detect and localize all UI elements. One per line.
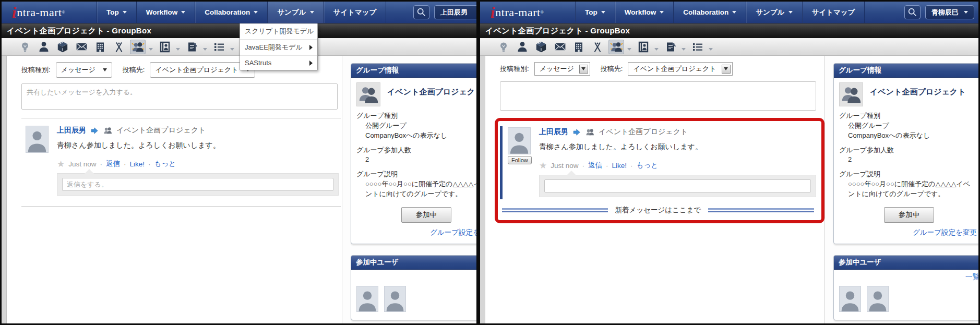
reply-input[interactable] xyxy=(544,179,811,192)
new-message-marker-text: 新着メッセージはここまで xyxy=(615,206,701,215)
search-button[interactable] xyxy=(904,5,921,19)
list-icon[interactable] xyxy=(211,40,227,54)
chevron-down-icon[interactable] xyxy=(230,48,234,51)
member-avatar[interactable] xyxy=(867,286,889,312)
nav-item-workflow[interactable]: Workflow xyxy=(615,2,674,23)
message-input[interactable] xyxy=(21,83,338,110)
chevron-down-icon[interactable] xyxy=(149,48,153,51)
joined-button[interactable]: 参加中 xyxy=(884,207,935,223)
search-icon xyxy=(907,7,918,18)
favorite-star-icon[interactable]: ★ xyxy=(539,161,547,170)
nav-item-sample[interactable]: サンプル xyxy=(267,2,323,23)
group-info-box: グループ情報 イベント企画プロジェクト グループ種別 公開グループ Compan… xyxy=(833,63,978,244)
lightbulb-icon[interactable] xyxy=(17,40,33,54)
reply-area xyxy=(539,175,816,197)
nav-item-top[interactable]: Top xyxy=(97,2,136,23)
list-icon[interactable] xyxy=(690,40,706,54)
nav-item-sitemap[interactable]: サイトマップ xyxy=(802,2,865,23)
person-icon[interactable] xyxy=(36,40,52,54)
room-entry-icon[interactable] xyxy=(157,40,173,54)
menu-item-javaee-model[interactable]: JavaEE開発モデル xyxy=(240,40,317,56)
mail-icon[interactable] xyxy=(74,40,89,54)
nav-menu: Top Workflow Collaboration サンプル サイトマップ xyxy=(575,2,865,23)
nav-item-collaboration[interactable]: Collaboration xyxy=(673,2,746,23)
chevron-down-icon[interactable] xyxy=(682,48,686,51)
room-entry-icon[interactable] xyxy=(636,40,651,54)
post-author-link[interactable]: 上田辰男 xyxy=(539,127,568,137)
more-link[interactable]: もっと xyxy=(637,161,658,170)
post-dest-select[interactable]: イベント企画プロジェクト xyxy=(628,62,732,76)
chevron-down-icon[interactable] xyxy=(709,48,713,51)
message-input[interactable] xyxy=(500,81,816,111)
compass-icon[interactable] xyxy=(590,40,605,54)
members-list-link[interactable]: 一覧 xyxy=(965,273,978,281)
avatar xyxy=(508,127,531,154)
compass-icon[interactable] xyxy=(111,40,127,54)
post-meta: ★ Just now · 返信 · Like! · もっと xyxy=(539,161,816,170)
user-menu[interactable]: 青柳辰巳 xyxy=(925,5,974,19)
post-type-select[interactable]: メッセージ xyxy=(534,62,590,76)
group-mini-icon xyxy=(103,126,112,135)
chevron-down-icon xyxy=(123,11,127,14)
chevron-down-icon[interactable] xyxy=(654,48,659,51)
more-link[interactable]: もっと xyxy=(154,159,176,168)
chevron-down-icon xyxy=(660,11,664,14)
favorite-star-icon[interactable]: ★ xyxy=(57,160,65,168)
cube-icon[interactable] xyxy=(533,40,549,54)
nav-item-collaboration[interactable]: Collaboration xyxy=(195,2,267,23)
group-type-label: グループ種別 xyxy=(839,111,978,121)
people-group-icon[interactable] xyxy=(130,40,146,54)
nav-item-top[interactable]: Top xyxy=(575,2,615,23)
menu-item-sastruts[interactable]: SAStruts xyxy=(240,56,317,70)
search-button[interactable] xyxy=(413,5,429,19)
mail-icon[interactable] xyxy=(552,40,568,54)
reply-input[interactable] xyxy=(62,178,333,191)
post-type-select[interactable]: メッセージ xyxy=(56,62,112,78)
chevron-down-icon[interactable] xyxy=(176,48,180,51)
building-icon[interactable] xyxy=(92,40,108,54)
post-timestamp: Just now xyxy=(68,160,96,168)
nav-item-workflow[interactable]: Workflow xyxy=(136,2,195,23)
intra-mart-logo[interactable]: intra-mart® xyxy=(2,2,97,23)
reply-link[interactable]: 返信 xyxy=(588,161,602,170)
lightbulb-icon[interactable] xyxy=(496,40,511,54)
nav-item-sample[interactable]: サンプル xyxy=(746,2,802,23)
follow-button[interactable]: Follow xyxy=(508,156,532,164)
group-desc-text: ○○○○年○○月○○に開催予定の△△△△イベントに向けてのグループです。 xyxy=(356,179,476,199)
group-settings-link[interactable]: グループ設定を変更 xyxy=(913,228,977,236)
members-avatars xyxy=(834,283,978,320)
nav-item-sitemap[interactable]: サイトマップ xyxy=(324,2,387,23)
chevron-down-icon[interactable] xyxy=(203,48,207,51)
like-link[interactable]: Like! xyxy=(130,160,145,168)
people-group-icon[interactable] xyxy=(608,40,624,54)
timeline-column: 投稿種別: メッセージ 投稿先: イベント企画プロジェクト Follow xyxy=(485,56,825,323)
chevron-down-icon[interactable] xyxy=(627,48,631,51)
user-menu[interactable]: 上田辰男 xyxy=(434,5,476,19)
joined-button[interactable]: 参加中 xyxy=(401,207,452,223)
submenu-arrow-icon xyxy=(318,29,321,34)
menu-item-script-model[interactable]: スクリプト開発モデル xyxy=(240,23,317,40)
intra-mart-logo[interactable]: intra-mart® xyxy=(480,2,575,23)
member-avatar[interactable] xyxy=(839,286,861,312)
group-desc-label: グループ説明 xyxy=(839,170,978,179)
person-icon[interactable] xyxy=(515,40,530,54)
chevron-down-icon xyxy=(310,11,314,14)
like-link[interactable]: Like! xyxy=(612,162,627,170)
chevron-down-icon xyxy=(181,11,185,14)
group-settings-link[interactable]: グループ設定を参照 xyxy=(430,228,476,236)
new-message-marker: 新着メッセージはここまで xyxy=(502,206,814,215)
building-icon[interactable] xyxy=(571,40,587,54)
member-avatar[interactable] xyxy=(356,286,378,312)
member-avatar[interactable] xyxy=(384,286,406,312)
arrow-right-icon xyxy=(572,128,581,137)
submenu-arrow-icon xyxy=(309,45,313,50)
cube-icon[interactable] xyxy=(55,40,70,54)
note-pin-icon[interactable] xyxy=(663,40,678,54)
note-pin-icon[interactable] xyxy=(184,40,200,54)
new-message-highlight: Follow 上田辰男 イベント企画プロジェクト 青柳さん参加しました。よろしく… xyxy=(495,118,824,223)
post-author-link[interactable]: 上田辰男 xyxy=(57,126,86,135)
post-body-text: 青柳さん参加しました。よろしくお願いします。 xyxy=(539,142,816,152)
reply-link[interactable]: 返信 xyxy=(106,159,120,168)
group-count-label: グループ参加人数 xyxy=(839,146,978,155)
post-dest-label: 投稿先: xyxy=(601,64,623,74)
